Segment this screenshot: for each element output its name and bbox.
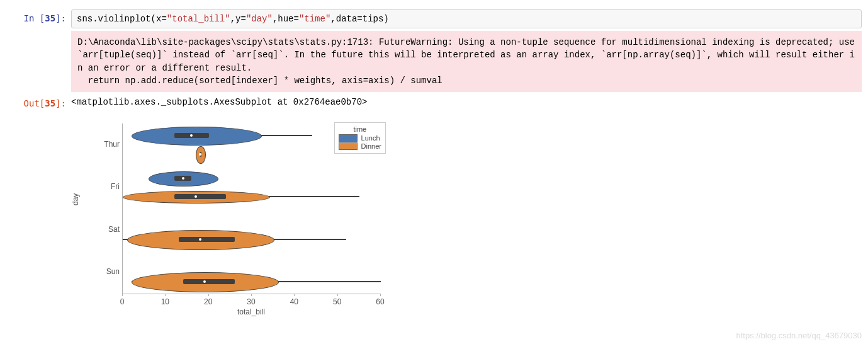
median-dot xyxy=(194,195,197,198)
output-repr: <matplotlib.axes._subplots.AxesSubplot a… xyxy=(71,95,862,107)
median-dot xyxy=(199,238,201,241)
in-prompt: In [35]: xyxy=(6,9,71,23)
legend: time Lunch Dinner xyxy=(334,122,386,154)
y-tick-label: Fri xyxy=(94,182,120,191)
y-axis-label: day xyxy=(71,193,80,205)
stderr-cell: D:\Anaconda\lib\site-packages\scipy\stat… xyxy=(6,31,862,92)
x-tick xyxy=(380,294,381,296)
x-tick xyxy=(165,294,166,296)
out-prompt: Out[35]: xyxy=(6,95,71,108)
box xyxy=(183,279,235,284)
legend-title: time xyxy=(339,125,381,133)
median-dot xyxy=(182,177,184,180)
median-dot xyxy=(199,153,201,156)
x-tick xyxy=(122,294,123,296)
code-input[interactable]: sns.violinplot(x="total_bill",y="day",hu… xyxy=(71,9,862,28)
swatch-dinner-icon xyxy=(339,142,358,150)
x-tick-label: 40 xyxy=(290,297,298,306)
box xyxy=(174,194,226,199)
x-tick-label: 30 xyxy=(247,297,255,306)
swatch-lunch-icon xyxy=(339,134,358,142)
median-dot xyxy=(203,280,206,283)
empty-prompt xyxy=(6,31,71,35)
x-tick-label: 10 xyxy=(161,297,169,306)
y-tick-label: Sun xyxy=(94,267,120,276)
x-axis-label: total_bill xyxy=(122,307,380,316)
median-dot xyxy=(190,134,193,137)
box xyxy=(179,237,235,242)
x-tick xyxy=(251,294,252,296)
x-tick-label: 50 xyxy=(333,297,341,306)
plot-output: day time Lunch Dinner total_bill ThurFri… xyxy=(69,117,403,312)
y-tick-label: Sat xyxy=(94,225,120,234)
x-tick-label: 20 xyxy=(204,297,212,306)
output-cell: Out[35]: <matplotlib.axes._subplots.Axes… xyxy=(6,95,862,108)
x-tick xyxy=(294,294,295,296)
x-tick xyxy=(337,294,338,296)
x-tick xyxy=(208,294,209,296)
chart-axes: time Lunch Dinner xyxy=(122,123,381,294)
input-cell: In [35]: sns.violinplot(x="total_bill",y… xyxy=(6,9,862,28)
x-tick-label: 0 xyxy=(120,297,125,306)
y-tick-label: Thur xyxy=(94,140,120,149)
legend-item-dinner: Dinner xyxy=(339,142,381,150)
warning-text: D:\Anaconda\lib\site-packages\scipy\stat… xyxy=(71,31,862,92)
x-tick-label: 60 xyxy=(376,297,384,306)
legend-item-lunch: Lunch xyxy=(339,134,381,142)
